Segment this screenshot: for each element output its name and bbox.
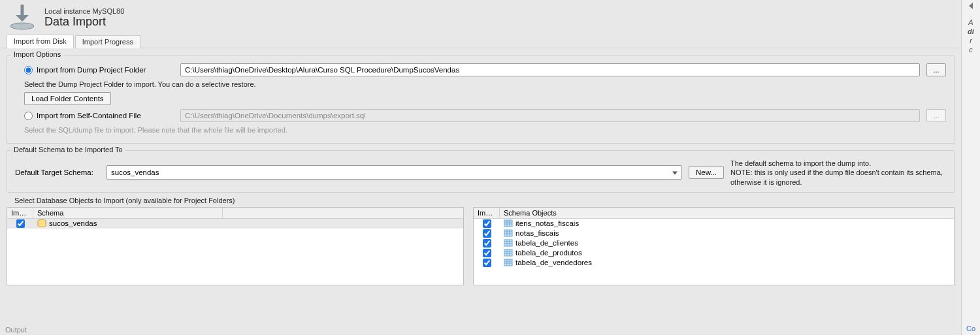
table-row[interactable]: notas_fiscais <box>474 229 954 238</box>
svg-point-0 <box>10 23 34 29</box>
instance-label: Local instance MySQL80 <box>44 7 124 15</box>
select-objects-legend: Select Database Objects to Import (only … <box>14 197 947 204</box>
right-sidebar-collapsed[interactable]: A di r c Co <box>961 0 980 335</box>
default-schema-legend: Default Schema to be Imported To <box>11 146 125 153</box>
table-row[interactable]: tabela_de_produtos <box>474 248 954 258</box>
svg-rect-2 <box>504 220 512 227</box>
select-objects-group: Select Database Objects to Import (only … <box>7 197 955 204</box>
default-schema-label: Default Target Schema: <box>15 168 100 176</box>
output-panel-label: Output <box>5 326 27 334</box>
table-icon <box>504 239 513 247</box>
new-schema-button[interactable]: New... <box>689 166 724 179</box>
table-row[interactable]: sucos_vendas <box>7 219 463 229</box>
svg-rect-17 <box>504 249 512 256</box>
tab-import-progress[interactable]: Import Progress <box>75 35 140 48</box>
table-row[interactable]: itens_notas_fiscais <box>474 219 954 229</box>
svg-rect-12 <box>504 240 512 246</box>
object-row-checkbox[interactable] <box>483 249 491 257</box>
table-row[interactable]: tabela_de_vendedores <box>474 258 954 268</box>
table-row[interactable]: tabela_de_clientes <box>474 238 954 248</box>
object-row-checkbox[interactable] <box>483 219 491 228</box>
expand-left-icon[interactable] <box>969 3 973 9</box>
table-icon <box>504 259 513 266</box>
radio-import-dump-folder[interactable]: Import from Dump Project Folder <box>24 66 174 74</box>
tab-import-from-disk[interactable]: Import from Disk <box>7 35 74 48</box>
schema-table[interactable]: Imp... Schema sucos_vendas <box>7 207 464 285</box>
dump-folder-hint: Select the Dump Project Folder to import… <box>24 80 946 88</box>
table-icon <box>504 229 513 237</box>
table-icon <box>504 219 513 227</box>
table-icon <box>504 249 513 257</box>
tabs: Import from Disk Import Progress <box>0 34 961 48</box>
dump-folder-path-input[interactable] <box>180 63 920 76</box>
import-options-group: Import Options Import from Dump Project … <box>7 55 955 144</box>
object-row-checkbox[interactable] <box>483 239 491 247</box>
import-options-legend: Import Options <box>11 50 63 58</box>
object-row-checkbox[interactable] <box>483 259 491 267</box>
object-row-checkbox[interactable] <box>483 229 491 238</box>
data-import-icon <box>7 4 38 31</box>
self-contained-browse-button: ... <box>926 109 946 122</box>
default-schema-note: The default schema to import the dump in… <box>730 159 946 187</box>
schema-objects-table[interactable]: Imp... Schema Objects itens_notas_fiscai… <box>473 207 955 285</box>
default-schema-select[interactable]: sucos_vendas <box>106 165 682 180</box>
database-icon <box>37 219 46 227</box>
schema-row-checkbox[interactable] <box>16 219 25 228</box>
self-contained-path-input <box>180 109 920 122</box>
dump-folder-browse-button[interactable]: ... <box>926 63 946 76</box>
radio-import-dump-folder-input[interactable] <box>24 66 33 74</box>
svg-rect-22 <box>504 259 512 266</box>
radio-import-self-contained[interactable]: Import from Self-Contained File <box>24 112 174 120</box>
self-contained-hint: Select the SQL/dump file to import. Plea… <box>24 126 946 134</box>
radio-import-self-contained-input[interactable] <box>24 112 33 120</box>
load-folder-contents-button[interactable]: Load Folder Contents <box>24 92 111 105</box>
svg-rect-7 <box>504 230 512 236</box>
default-schema-group: Default Schema to be Imported To Default… <box>7 150 955 193</box>
page-title: Data Import <box>44 15 124 29</box>
